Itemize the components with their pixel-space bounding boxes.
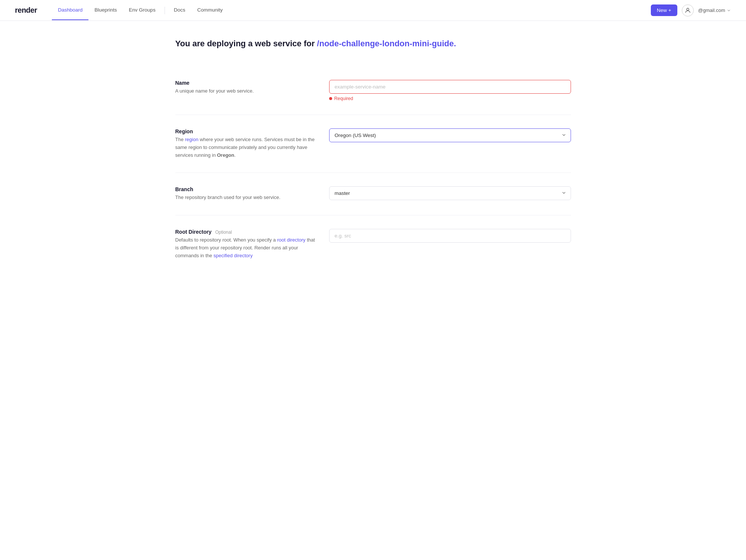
root-directory-input[interactable]: [329, 229, 571, 243]
nav-link-blueprints[interactable]: Blueprints: [88, 0, 123, 20]
root-directory-link[interactable]: root directory: [277, 237, 306, 243]
nav-link-docs[interactable]: Docs: [168, 0, 191, 20]
branch-description: The repository branch used for your web …: [175, 194, 317, 202]
branch-label: Branch: [175, 186, 317, 192]
name-description: A unique name for your web service.: [175, 87, 317, 95]
region-description: The region where your web service runs. …: [175, 136, 317, 159]
name-field-row: Name A unique name for your web service.…: [175, 66, 571, 115]
page-header: You are deploying a web service for /nod…: [175, 39, 571, 49]
nav-link-env-groups[interactable]: Env Groups: [123, 0, 161, 20]
branch-field-description: Branch The repository branch used for yo…: [175, 186, 317, 202]
region-select-wrapper: Oregon (US West) Frankfurt (EU Central) …: [329, 128, 571, 142]
root-directory-control-wrapper: [329, 229, 571, 259]
nav-divider: [165, 7, 165, 14]
main-content: You are deploying a web service for /nod…: [153, 21, 593, 291]
root-directory-field-description: Root Directory Optional Defaults to repo…: [175, 229, 317, 259]
nav-links: Dashboard Blueprints Env Groups Docs Com…: [52, 0, 651, 20]
nav-right: New + @gmail.com: [651, 4, 731, 16]
error-dot-icon: [329, 97, 332, 100]
nav-link-dashboard[interactable]: Dashboard: [52, 0, 88, 20]
name-control-wrapper: Required: [329, 80, 571, 101]
region-label: Region: [175, 128, 317, 134]
root-directory-field-row: Root Directory Optional Defaults to repo…: [175, 215, 571, 273]
repo-link[interactable]: /node-challenge-london-mini-guide.: [317, 39, 456, 48]
root-directory-description: Defaults to repository root. When you sp…: [175, 236, 317, 259]
specified-directory-link[interactable]: specified directory: [213, 253, 253, 258]
new-button[interactable]: New +: [651, 4, 677, 16]
user-email[interactable]: @gmail.com: [698, 7, 731, 13]
name-label: Name: [175, 80, 317, 86]
region-field-description: Region The region where your web service…: [175, 128, 317, 159]
name-field-description: Name A unique name for your web service.: [175, 80, 317, 101]
branch-select[interactable]: master main develop: [329, 186, 571, 200]
navbar: render Dashboard Blueprints Env Groups D…: [0, 0, 746, 21]
optional-tag: Optional: [215, 230, 232, 235]
region-control-wrapper: Oregon (US West) Frankfurt (EU Central) …: [329, 128, 571, 159]
branch-field-row: Branch The repository branch used for yo…: [175, 173, 571, 215]
root-directory-label: Root Directory Optional: [175, 229, 317, 235]
chevron-down-icon: [727, 8, 731, 13]
page-title: You are deploying a web service for /nod…: [175, 39, 571, 49]
region-select[interactable]: Oregon (US West) Frankfurt (EU Central) …: [329, 128, 571, 142]
svg-point-0: [687, 8, 689, 10]
branch-control-wrapper: master main develop: [329, 186, 571, 202]
user-avatar-icon[interactable]: [682, 4, 694, 16]
logo[interactable]: render: [15, 6, 37, 15]
region-field-row: Region The region where your web service…: [175, 115, 571, 173]
name-error-message: Required: [329, 96, 571, 101]
branch-select-wrapper: master main develop: [329, 186, 571, 200]
name-input[interactable]: [329, 80, 571, 94]
region-link[interactable]: region: [185, 137, 199, 142]
nav-link-community[interactable]: Community: [191, 0, 228, 20]
